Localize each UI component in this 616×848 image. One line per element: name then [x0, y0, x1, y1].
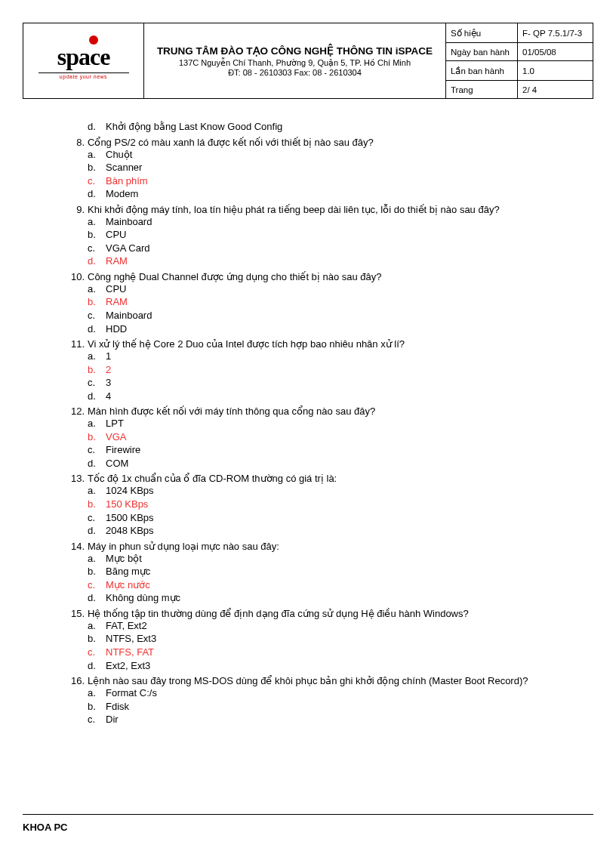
- answer-option: b.150 KBps: [88, 498, 571, 511]
- option-text: Khởi động bằng Last Know Good Config: [106, 120, 571, 134]
- option-text: Chuột: [106, 148, 571, 162]
- answer-option: c.1500 KBps: [88, 511, 571, 525]
- option-text: 2: [106, 363, 571, 377]
- option-letter: b.: [88, 430, 106, 444]
- option-letter: b.: [88, 295, 106, 309]
- option-letter: c.: [88, 376, 106, 390]
- question: 13.Tốc độ 1x chuẩn của ổ đĩa CD-ROM thườ…: [68, 473, 571, 537]
- option-letter: b.: [88, 700, 106, 714]
- answer-option: c.Mainboard: [88, 309, 571, 322]
- option-letter: d.: [88, 659, 106, 673]
- option-text: 3: [106, 376, 571, 390]
- org-info-cell: TRUNG TÂM ĐÀO TẠO CÔNG NGHỆ THÔNG TIN iS…: [144, 23, 446, 99]
- option-text: CPU: [106, 282, 571, 296]
- option-text: RAM: [106, 254, 571, 268]
- question-number: 9.: [68, 204, 88, 215]
- question: 8.Cổng PS/2 có màu xanh lá được kết nối …: [68, 137, 571, 201]
- option-letter: a.: [88, 417, 106, 430]
- answer-option: a.Mainboard: [88, 215, 571, 229]
- logo: space update your news: [28, 43, 139, 79]
- org-address: 137C Nguyễn Chí Thanh, Phường 9, Quận 5,…: [149, 58, 441, 68]
- option-text: Mực nước: [106, 578, 571, 592]
- option-letter: a.: [88, 686, 106, 700]
- question-text: Lệnh nào sau đây trong MS-DOS dùng để kh…: [88, 675, 571, 686]
- answer-option: a.Mực bột: [88, 552, 571, 566]
- option-letter: b.: [88, 632, 106, 646]
- option-text: LPT: [106, 417, 571, 430]
- answer-option: b.RAM: [88, 295, 571, 309]
- option-text: Scanner: [106, 161, 571, 174]
- answer-option: c.3: [88, 376, 571, 390]
- option-letter: c.: [88, 309, 106, 322]
- answer-option: c.VGA Card: [88, 242, 571, 255]
- answer-option: b.Fdisk: [88, 700, 571, 714]
- answer-option: b.2: [88, 363, 571, 377]
- option-letter: a.: [88, 619, 106, 633]
- answer-option: d.Ext2, Ext3: [88, 659, 571, 673]
- document-header: space update your news TRUNG TÂM ĐÀO TẠO…: [23, 23, 593, 99]
- question: 16.Lệnh nào sau đây trong MS-DOS dùng để…: [68, 675, 571, 726]
- meta-value: F- QP 7.5.1/7-3: [518, 23, 593, 43]
- answer-option: a.CPU: [88, 282, 571, 296]
- logo-subtitle: update your news: [60, 74, 107, 79]
- answer-option: b.NTFS, Ext3: [88, 632, 571, 646]
- option-letter: c.: [88, 646, 106, 659]
- option-letter: a.: [88, 215, 106, 229]
- answer-option: d.Không dùng mực: [88, 591, 571, 605]
- option-letter: b.: [88, 363, 106, 377]
- option-text: HDD: [106, 322, 571, 336]
- option-letter: d.: [88, 457, 106, 470]
- answer-option: d.RAM: [88, 254, 571, 268]
- option-letter: d.: [88, 390, 106, 403]
- option-text: 150 KBps: [106, 498, 571, 511]
- answer-option: b.VGA: [88, 430, 571, 444]
- meta-value: 2/ 4: [518, 81, 593, 99]
- option-text: 1: [106, 350, 571, 363]
- answer-option: a.1024 KBps: [88, 484, 571, 498]
- option-text: Mainboard: [106, 215, 571, 229]
- option-letter: b.: [88, 565, 106, 578]
- question-number: 14.: [68, 541, 88, 552]
- meta-label: Số hiệu: [446, 23, 518, 43]
- answer-option: d.COM: [88, 457, 571, 470]
- option-letter: c.: [88, 713, 106, 726]
- option-text: CPU: [106, 228, 571, 242]
- footer-text: KHOA PC: [23, 822, 67, 833]
- question-text: Khi khởi động máy tính, loa tín hiệu phá…: [88, 204, 571, 215]
- option-text: Format C:/s: [106, 686, 571, 700]
- option-letter: c.: [88, 242, 106, 255]
- answer-option: c.NTFS, FAT: [88, 646, 571, 659]
- option-letter: d.: [88, 187, 106, 201]
- option-letter: d.: [88, 120, 106, 134]
- content-area: d. Khởi động bằng Last Know Good Config …: [23, 120, 593, 726]
- option-letter: a.: [88, 552, 106, 566]
- option-text: FAT, Ext2: [106, 619, 571, 633]
- answer-option: a.1: [88, 350, 571, 363]
- meta-value: 1.0: [518, 61, 593, 81]
- logo-cell: space update your news: [23, 23, 144, 99]
- option-letter: b.: [88, 161, 106, 174]
- option-text: Không dùng mực: [106, 591, 571, 605]
- answer-option: d.HDD: [88, 322, 571, 336]
- question-text: Công nghệ Dual Channel được ứng dụng cho…: [88, 271, 571, 282]
- answer-option: a.LPT: [88, 417, 571, 430]
- option-letter: a.: [88, 484, 106, 498]
- org-phone: ĐT: 08 - 2610303 Fax: 08 - 2610304: [149, 68, 441, 77]
- option-letter: c.: [88, 443, 106, 457]
- option-text: Bàn phím: [106, 174, 571, 188]
- option-text: 4: [106, 390, 571, 403]
- question: 12.Màn hình được kết nối với máy tính th…: [68, 405, 571, 470]
- question-text: Tốc độ 1x chuẩn của ổ đĩa CD-ROM thường …: [88, 473, 571, 484]
- option-text: VGA Card: [106, 242, 571, 255]
- answer-option: a.FAT, Ext2: [88, 619, 571, 633]
- meta-label: Lần ban hành: [446, 61, 518, 81]
- answer-option: a.Format C:/s: [88, 686, 571, 700]
- option-text: 1500 KBps: [106, 511, 571, 525]
- question: 10.Công nghệ Dual Channel được ứng dụng …: [68, 271, 571, 335]
- question-text: Cổng PS/2 có màu xanh lá được kết nối vớ…: [88, 137, 571, 148]
- logo-text: space: [57, 43, 110, 70]
- option-letter: b.: [88, 228, 106, 242]
- option-letter: a.: [88, 148, 106, 162]
- option-text: VGA: [106, 430, 571, 444]
- meta-value: 01/05/08: [518, 43, 593, 61]
